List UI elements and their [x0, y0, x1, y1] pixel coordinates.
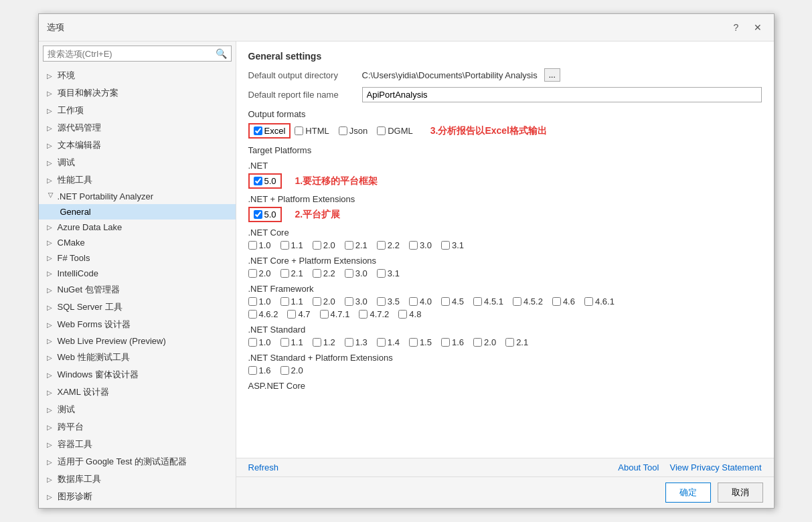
- nf3-label[interactable]: 3.0: [355, 296, 368, 307]
- nce31-label[interactable]: 3.1: [388, 268, 400, 278]
- nc3-label[interactable]: 3.0: [420, 240, 432, 250]
- netext5-checkbox[interactable]: [254, 210, 262, 219]
- sidebar-item-intelli[interactable]: ▷ IntelliCode: [39, 266, 236, 281]
- nc3-checkbox[interactable]: [409, 241, 418, 250]
- html-checkbox[interactable]: [295, 126, 303, 135]
- ns1-label[interactable]: 1.0: [259, 337, 271, 347]
- sidebar-item-test[interactable]: ▷ 测试: [39, 401, 236, 418]
- ns11-label[interactable]: 1.1: [291, 337, 303, 347]
- nc21-label[interactable]: 2.1: [355, 240, 368, 250]
- close-button[interactable]: ✕: [750, 19, 766, 35]
- ns13-checkbox[interactable]: [345, 338, 353, 347]
- ns1-checkbox[interactable]: [248, 338, 257, 347]
- nc31-checkbox[interactable]: [441, 241, 450, 250]
- nf11-label[interactable]: 1.1: [291, 296, 303, 307]
- sidebar-item-project[interactable]: ▷ 项目和解决方案: [39, 84, 236, 102]
- search-icon-button[interactable]: 🔍: [216, 48, 227, 59]
- nf47-label[interactable]: 4.7: [298, 309, 310, 319]
- nc2-label[interactable]: 2.0: [323, 240, 335, 250]
- sidebar-item-crossplat[interactable]: ▷ 跨平台: [39, 418, 236, 436]
- nse2-label[interactable]: 2.0: [291, 365, 303, 375]
- html-label[interactable]: HTML: [305, 126, 329, 136]
- ns16-label[interactable]: 1.6: [452, 337, 464, 347]
- ns21-label[interactable]: 2.1: [516, 337, 528, 347]
- nf47-checkbox[interactable]: [287, 310, 296, 319]
- nf1-label[interactable]: 1.0: [259, 296, 271, 307]
- nce3-checkbox[interactable]: [345, 269, 353, 278]
- nce22-label[interactable]: 2.2: [323, 268, 335, 278]
- nc31-label[interactable]: 3.1: [452, 240, 464, 250]
- sidebar-item-googletest[interactable]: ▷ 适用于 Google Test 的测试适配器: [39, 453, 236, 470]
- nf471-label[interactable]: 4.7.1: [331, 309, 350, 319]
- nf451-checkbox[interactable]: [473, 297, 482, 306]
- excel-checkbox[interactable]: [254, 126, 262, 135]
- net5-checkbox[interactable]: [254, 177, 262, 185]
- nce31-checkbox[interactable]: [377, 269, 386, 278]
- nf11-checkbox[interactable]: [280, 297, 289, 306]
- nc1-checkbox[interactable]: [248, 241, 257, 250]
- sidebar-item-azure[interactable]: ▷ Azure Data Lake: [39, 220, 236, 235]
- nc22-label[interactable]: 2.2: [388, 240, 400, 250]
- sidebar-item-perf[interactable]: ▷ 性能工具: [39, 171, 236, 189]
- ns13-label[interactable]: 1.3: [355, 337, 368, 347]
- sidebar-item-windesign[interactable]: ▷ Windows 窗体设计器: [39, 366, 236, 383]
- refresh-link[interactable]: Refresh: [248, 462, 279, 472]
- sidebar-item-sqlserver[interactable]: ▷ SQL Server 工具: [39, 298, 236, 316]
- ok-button[interactable]: 确定: [665, 483, 711, 503]
- ns16-checkbox[interactable]: [441, 338, 450, 347]
- nce22-checkbox[interactable]: [313, 269, 321, 278]
- nce2-label[interactable]: 2.0: [259, 268, 271, 278]
- sidebar-item-texttempl[interactable]: ▷ 文本模板化: [39, 505, 236, 508]
- report-name-input[interactable]: [362, 87, 762, 102]
- nf452-label[interactable]: 4.5.2: [523, 296, 543, 307]
- nf472-checkbox[interactable]: [359, 310, 368, 319]
- sidebar-item-netpa[interactable]: ▷ .NET Portability Analyzer: [39, 189, 236, 204]
- nf451-label[interactable]: 4.5.1: [484, 296, 503, 307]
- ns2-checkbox[interactable]: [473, 338, 482, 347]
- nf45-checkbox[interactable]: [441, 297, 450, 306]
- sidebar-item-srcctrl[interactable]: ▷ 源代码管理: [39, 119, 236, 137]
- sidebar-item-fsharp[interactable]: ▷ F# Tools: [39, 250, 236, 266]
- nse16-label[interactable]: 1.6: [259, 365, 271, 375]
- sidebar-item-nuget[interactable]: ▷ NuGet 包管理器: [39, 281, 236, 298]
- nf35-label[interactable]: 3.5: [388, 296, 400, 307]
- nf2-label[interactable]: 2.0: [323, 296, 335, 307]
- nf452-checkbox[interactable]: [513, 297, 521, 306]
- excel-label[interactable]: Excel: [264, 126, 286, 136]
- nf3-checkbox[interactable]: [345, 297, 353, 306]
- nf462-label[interactable]: 4.6.2: [259, 309, 278, 319]
- sidebar-item-debug[interactable]: ▷ 调试: [39, 154, 236, 171]
- net5-label[interactable]: 5.0: [264, 176, 276, 186]
- sidebar-item-env[interactable]: ▷ 环境: [39, 67, 236, 84]
- nc21-checkbox[interactable]: [345, 241, 353, 250]
- nf471-checkbox[interactable]: [320, 310, 329, 319]
- ns12-checkbox[interactable]: [313, 338, 321, 347]
- nf4-label[interactable]: 4.0: [420, 296, 432, 307]
- nc1-label[interactable]: 1.0: [259, 240, 271, 250]
- json-checkbox[interactable]: [339, 126, 347, 135]
- ns14-label[interactable]: 1.4: [388, 337, 400, 347]
- search-input[interactable]: [48, 49, 216, 59]
- nce3-label[interactable]: 3.0: [355, 268, 368, 278]
- ns2-label[interactable]: 2.0: [484, 337, 496, 347]
- nf472-label[interactable]: 4.7.2: [370, 309, 389, 319]
- nce21-label[interactable]: 2.1: [291, 268, 303, 278]
- nf461-checkbox[interactable]: [584, 297, 593, 306]
- nc11-checkbox[interactable]: [280, 241, 289, 250]
- nf46-label[interactable]: 4.6: [563, 296, 575, 307]
- browse-button[interactable]: ...: [544, 68, 560, 82]
- nce21-checkbox[interactable]: [280, 269, 289, 278]
- cancel-button[interactable]: 取消: [718, 483, 763, 503]
- nf48-label[interactable]: 4.8: [409, 309, 421, 319]
- nf35-checkbox[interactable]: [377, 297, 386, 306]
- ns14-checkbox[interactable]: [377, 338, 386, 347]
- nce2-checkbox[interactable]: [248, 269, 257, 278]
- ns15-label[interactable]: 1.5: [420, 337, 432, 347]
- nse16-checkbox[interactable]: [248, 366, 257, 375]
- sidebar-item-general[interactable]: General: [39, 204, 236, 220]
- dgml-label[interactable]: DGML: [388, 126, 413, 136]
- netext5-label[interactable]: 5.0: [264, 209, 276, 220]
- sidebar-item-webperf[interactable]: ▷ Web 性能测试工具: [39, 349, 236, 366]
- dgml-checkbox[interactable]: [377, 126, 386, 135]
- nf461-label[interactable]: 4.6.1: [595, 296, 615, 307]
